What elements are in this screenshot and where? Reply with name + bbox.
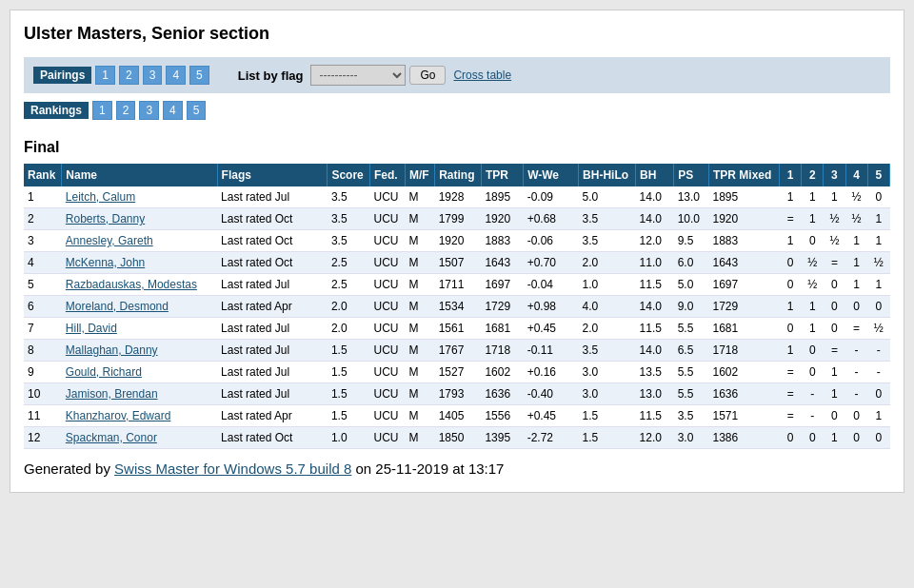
cell-score: 2.0 <box>328 296 370 318</box>
player-name-link[interactable]: Hill, David <box>66 322 117 335</box>
list-by-flag-section: List by flag ---------- Go Cross table <box>238 65 511 86</box>
pairings-round-3[interactable]: 3 <box>143 66 163 85</box>
results-table: Rank Name Flags Score Fed. M/F Rating TP… <box>24 164 890 449</box>
pairings-label: Pairings <box>33 67 91 84</box>
cell-r1: 1 <box>780 186 802 208</box>
cell-rating: 1507 <box>435 252 482 274</box>
col-header-tprmixed: TPR Mixed <box>708 164 779 186</box>
pairings-round-4[interactable]: 4 <box>166 66 186 85</box>
cell-wwe: +0.45 <box>524 405 579 427</box>
cell-bhhi: 2.0 <box>579 252 636 274</box>
cell-tpr: 1643 <box>481 252 523 274</box>
flag-select[interactable]: ---------- <box>310 65 406 86</box>
cell-r5: 0 <box>867 427 889 449</box>
go-button[interactable]: Go <box>409 66 446 85</box>
cell-tprmixed: 1643 <box>708 252 779 274</box>
cell-rank: 6 <box>24 296 62 318</box>
cell-flags: Last rated Jul <box>217 383 328 405</box>
cell-flags: Last rated Oct <box>217 252 328 274</box>
cell-tpr: 1697 <box>481 274 523 296</box>
cell-fed: UCU <box>370 383 406 405</box>
cell-bh: 11.0 <box>636 252 674 274</box>
table-row: 4McKenna, JohnLast rated Oct2.5UCUM15071… <box>24 252 890 274</box>
cell-r3: = <box>824 252 845 274</box>
cell-score: 1.5 <box>328 340 370 362</box>
col-header-bh: BH <box>636 164 674 186</box>
cell-r2: - <box>802 405 824 427</box>
player-name-link[interactable]: Gould, Richard <box>66 365 142 379</box>
player-name-link[interactable]: Mallaghan, Danny <box>66 343 158 357</box>
footer-link[interactable]: Swiss Master for Windows 5.7 build 8 <box>114 461 351 477</box>
rankings-round-5[interactable]: 5 <box>187 101 207 120</box>
cell-rank: 5 <box>24 274 62 296</box>
rankings-round-3[interactable]: 3 <box>139 101 159 120</box>
cell-score: 1.5 <box>328 362 370 383</box>
cell-wwe: -0.09 <box>524 186 579 208</box>
rankings-round-1[interactable]: 1 <box>92 101 112 120</box>
cell-r5: 0 <box>867 186 889 208</box>
rankings-round-4[interactable]: 4 <box>163 101 183 120</box>
cell-mf: M <box>405 318 434 340</box>
player-name-link[interactable]: Khanzharov, Edward <box>66 409 171 422</box>
player-name-link[interactable]: Annesley, Gareth <box>66 234 153 247</box>
cell-ps: 5.0 <box>674 274 709 296</box>
table-row: 9Gould, RichardLast rated Jul1.5UCUM1527… <box>24 362 890 383</box>
cell-flags: Last rated Apr <box>217 405 328 427</box>
cell-bh: 14.0 <box>636 340 674 362</box>
player-name-link[interactable]: Leitch, Calum <box>66 190 135 204</box>
pairings-round-1[interactable]: 1 <box>95 66 115 85</box>
cell-r1: 0 <box>780 318 802 340</box>
footer: Generated by Swiss Master for Windows 5.… <box>24 461 890 477</box>
cell-tpr: 1729 <box>481 296 523 318</box>
player-name-link[interactable]: Moreland, Desmond <box>66 300 169 313</box>
cell-bh: 13.5 <box>636 362 674 383</box>
cell-name: Khanzharov, Edward <box>62 405 217 427</box>
table-row: 5Razbadauskas, ModestasLast rated Jul2.5… <box>24 274 890 296</box>
cell-tpr: 1556 <box>481 405 523 427</box>
cell-r4: - <box>845 340 867 362</box>
pairings-row: Pairings 1 2 3 4 5 <box>33 66 209 85</box>
cell-fed: UCU <box>370 230 406 252</box>
cell-tprmixed: 1718 <box>708 340 779 362</box>
cell-rating: 1561 <box>435 318 482 340</box>
rankings-round-2[interactable]: 2 <box>116 101 136 120</box>
cell-mf: M <box>405 252 434 274</box>
cross-table-link[interactable]: Cross table <box>453 69 511 82</box>
cell-r3: 1 <box>824 427 845 449</box>
cell-ps: 5.5 <box>674 318 709 340</box>
cell-r5: 0 <box>867 296 889 318</box>
cell-tprmixed: 1920 <box>708 208 779 230</box>
cell-tpr: 1883 <box>481 230 523 252</box>
cell-score: 3.5 <box>328 208 370 230</box>
cell-ps: 5.5 <box>674 362 709 383</box>
cell-mf: M <box>405 340 434 362</box>
col-header-rank: Rank <box>24 164 62 186</box>
cell-ps: 6.0 <box>674 252 709 274</box>
cell-bh: 14.0 <box>636 296 674 318</box>
cell-rating: 1799 <box>435 208 482 230</box>
player-name-link[interactable]: Jamison, Brendan <box>66 387 158 401</box>
footer-text-before: Generated by <box>24 461 114 477</box>
player-name-link[interactable]: Razbadauskas, Modestas <box>66 278 197 291</box>
cell-flags: Last rated Jul <box>217 186 328 208</box>
col-header-ps: PS <box>674 164 709 186</box>
cell-score: 2.0 <box>328 318 370 340</box>
cell-r2: 1 <box>802 318 824 340</box>
cell-name: Annesley, Gareth <box>62 230 217 252</box>
cell-name: McKenna, John <box>62 252 217 274</box>
cell-ps: 9.5 <box>674 230 709 252</box>
cell-tprmixed: 1729 <box>708 296 779 318</box>
cell-r3: 0 <box>824 405 845 427</box>
pairings-round-5[interactable]: 5 <box>189 66 209 85</box>
cell-tpr: 1602 <box>481 362 523 383</box>
cell-bh: 14.0 <box>636 208 674 230</box>
col-header-r3: 3 <box>824 164 845 186</box>
player-name-link[interactable]: Roberts, Danny <box>66 212 145 225</box>
player-name-link[interactable]: McKenna, John <box>66 256 145 269</box>
table-row: 6Moreland, DesmondLast rated Apr2.0UCUM1… <box>24 296 890 318</box>
cell-fed: UCU <box>370 208 406 230</box>
player-name-link[interactable]: Spackman, Conor <box>66 431 157 444</box>
pairings-round-2[interactable]: 2 <box>119 66 139 85</box>
cell-mf: M <box>405 186 434 208</box>
cell-r4: 0 <box>845 405 867 427</box>
